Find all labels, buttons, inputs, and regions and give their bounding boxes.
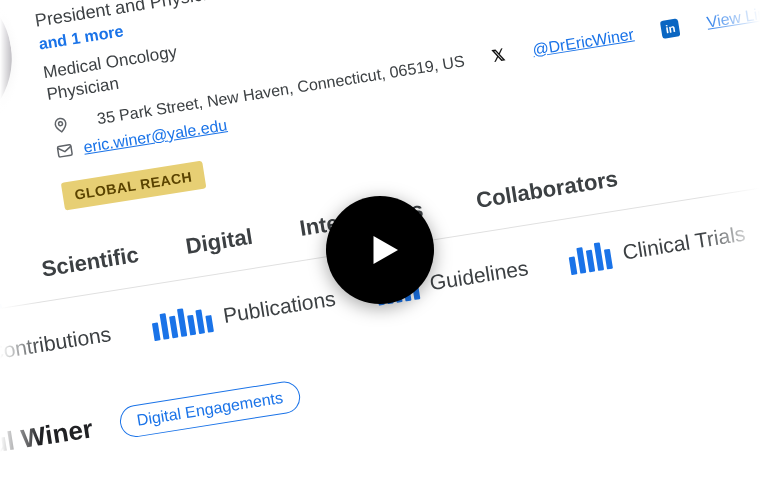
section-clinical-trials[interactable]: Clinical Trials (567, 220, 747, 275)
tab-digital[interactable]: Digital (180, 214, 259, 278)
avatar (0, 0, 23, 150)
section-publications-label: Publications (221, 287, 337, 328)
section-clinical-trials-label: Clinical Trials (621, 222, 747, 265)
section-contributions[interactable]: Contributions (0, 320, 113, 378)
bar-chart-icon (567, 241, 613, 275)
x-twitter-icon: 𝕏 (491, 45, 507, 66)
section-guidelines-label: Guidelines (428, 256, 530, 295)
linkedin-link[interactable]: View LinkedIn profile (705, 0, 760, 31)
global-reach-badge: GLOBAL REACH (61, 161, 206, 211)
mail-icon (55, 141, 76, 162)
bar-chart-icon (150, 304, 214, 341)
svg-point-0 (58, 121, 62, 125)
play-button[interactable] (326, 196, 434, 304)
section-publications[interactable]: Publications (150, 285, 337, 342)
location-pin-icon (50, 114, 71, 135)
play-icon (363, 229, 405, 271)
section-contributions-label: Contributions (0, 322, 113, 365)
linkedin-icon: in (660, 18, 681, 39)
